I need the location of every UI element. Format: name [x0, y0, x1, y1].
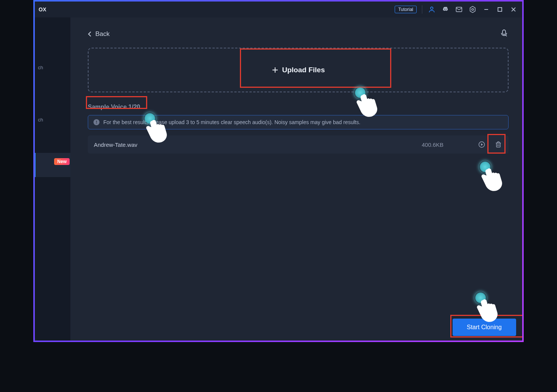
app-title-fragment: OX	[39, 6, 46, 12]
settings-gear-icon[interactable]	[468, 5, 477, 14]
svg-point-3	[472, 9, 474, 11]
upload-label-wrap: Upload Files	[272, 66, 325, 74]
window-minimize-button[interactable]	[482, 5, 490, 14]
mail-icon[interactable]	[455, 5, 463, 14]
new-badge: New	[54, 158, 70, 165]
sidebar-item-a[interactable]: ch	[35, 55, 70, 79]
svg-marker-12	[481, 143, 483, 146]
svg-rect-5	[498, 8, 502, 11]
file-name: Andrew-Tate.wav	[94, 142, 422, 148]
plus-icon	[272, 67, 278, 73]
start-cloning-button[interactable]: Start Cloning	[453, 319, 517, 336]
uploaded-file-row: Andrew-Tate.wav 400.6KB	[88, 135, 509, 154]
sample-voice-heading: Sample Voice 1/20	[88, 104, 509, 110]
info-icon: !	[93, 119, 100, 125]
info-note: ! For the best results, please upload 3 …	[88, 115, 509, 129]
svg-rect-8	[503, 30, 506, 34]
titlebar: OX Tutorial	[35, 2, 522, 17]
window-maximize-button[interactable]	[496, 5, 504, 14]
play-button[interactable]	[478, 140, 486, 149]
main-content: Back Upload Files Sample Voice 1/20 !	[70, 17, 522, 341]
play-circle-icon	[478, 141, 485, 148]
user-icon[interactable]	[428, 5, 436, 14]
delete-button[interactable]	[494, 140, 503, 149]
upload-dropzone[interactable]: Upload Files	[88, 48, 509, 92]
sidebar-item-new[interactable]: New	[35, 153, 70, 177]
titlebar-separator	[422, 5, 422, 14]
svg-point-0	[431, 7, 433, 9]
info-note-text: For the best results, please upload 3 to…	[103, 119, 360, 125]
svg-rect-13	[496, 143, 500, 147]
app-window: OX Tutorial	[33, 0, 524, 342]
sidebar-item-b[interactable]: ch	[35, 107, 70, 132]
back-button[interactable]: Back	[88, 30, 110, 38]
top-row: Back	[88, 29, 509, 39]
start-zone: Start Cloning	[453, 319, 517, 336]
upload-label: Upload Files	[282, 66, 325, 74]
back-label: Back	[95, 30, 110, 38]
tutorial-button[interactable]: Tutorial	[395, 6, 417, 13]
svg-marker-2	[470, 6, 475, 13]
sample-voice-heading-text: Sample Voice 1/20	[88, 104, 140, 110]
voice-wave-icon[interactable]	[499, 29, 509, 39]
sidebar: ch ch New	[35, 17, 70, 341]
trash-icon	[495, 141, 502, 148]
chevron-left-icon	[88, 31, 92, 37]
sidebar-item-label: ch	[38, 65, 43, 70]
discord-icon[interactable]	[441, 5, 450, 14]
sidebar-item-label: ch	[38, 117, 43, 123]
window-close-button[interactable]	[509, 5, 518, 14]
file-size: 400.6KB	[422, 142, 443, 148]
titlebar-right-cluster: Tutorial	[395, 5, 518, 14]
